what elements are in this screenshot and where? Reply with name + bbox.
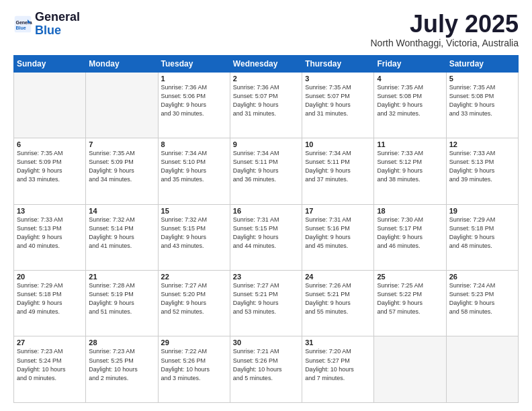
calendar-cell: 1Sunrise: 7:36 AM Sunset: 5:06 PM Daylig…	[158, 72, 230, 138]
calendar-cell: 28Sunrise: 7:23 AM Sunset: 5:25 PM Dayli…	[86, 336, 158, 403]
calendar-cell: 31Sunrise: 7:20 AM Sunset: 5:27 PM Dayli…	[302, 336, 374, 403]
weekday-header-thursday: Thursday	[302, 55, 374, 72]
calendar-cell: 11Sunrise: 7:33 AM Sunset: 5:12 PM Dayli…	[374, 138, 446, 204]
day-info: Sunrise: 7:21 AM Sunset: 5:26 PM Dayligh…	[233, 347, 299, 382]
calendar-cell: 8Sunrise: 7:34 AM Sunset: 5:10 PM Daylig…	[158, 138, 230, 204]
calendar-cell: 5Sunrise: 7:35 AM Sunset: 5:08 PM Daylig…	[446, 72, 518, 138]
day-number: 10	[305, 140, 371, 148]
day-number: 24	[305, 273, 371, 281]
day-number: 18	[377, 207, 443, 215]
day-number: 12	[449, 140, 515, 148]
calendar-cell: 23Sunrise: 7:27 AM Sunset: 5:21 PM Dayli…	[230, 271, 302, 336]
day-number: 21	[89, 273, 154, 281]
day-number: 28	[89, 338, 154, 347]
day-number: 1	[161, 75, 227, 83]
month-title: July 2025	[371, 11, 519, 38]
day-number: 26	[449, 273, 515, 281]
day-number: 20	[17, 273, 83, 281]
day-info: Sunrise: 7:32 AM Sunset: 5:14 PM Dayligh…	[89, 216, 154, 250]
day-number: 16	[233, 207, 299, 215]
day-number: 5	[449, 75, 515, 83]
calendar-cell: 21Sunrise: 7:28 AM Sunset: 5:19 PM Dayli…	[86, 271, 158, 336]
day-number: 27	[17, 338, 83, 347]
day-info: Sunrise: 7:34 AM Sunset: 5:11 PM Dayligh…	[233, 149, 299, 184]
day-info: Sunrise: 7:33 AM Sunset: 5:13 PM Dayligh…	[449, 149, 515, 184]
week-row-2: 13Sunrise: 7:33 AM Sunset: 5:13 PM Dayli…	[14, 204, 519, 270]
week-row-4: 27Sunrise: 7:23 AM Sunset: 5:24 PM Dayli…	[14, 336, 519, 403]
calendar-cell: 6Sunrise: 7:35 AM Sunset: 5:09 PM Daylig…	[14, 138, 86, 204]
calendar-cell: 29Sunrise: 7:22 AM Sunset: 5:26 PM Dayli…	[158, 336, 230, 403]
day-info: Sunrise: 7:35 AM Sunset: 5:09 PM Dayligh…	[89, 149, 154, 184]
day-number: 15	[161, 207, 227, 215]
calendar-cell: 26Sunrise: 7:24 AM Sunset: 5:23 PM Dayli…	[446, 271, 518, 336]
calendar-table: SundayMondayTuesdayWednesdayThursdayFrid…	[13, 55, 519, 403]
day-number: 11	[377, 140, 443, 148]
day-info: Sunrise: 7:27 AM Sunset: 5:20 PM Dayligh…	[161, 281, 227, 316]
logo-general: General	[35, 10, 80, 24]
day-info: Sunrise: 7:29 AM Sunset: 5:18 PM Dayligh…	[17, 281, 83, 316]
day-info: Sunrise: 7:36 AM Sunset: 5:06 PM Dayligh…	[161, 83, 227, 118]
day-info: Sunrise: 7:27 AM Sunset: 5:21 PM Dayligh…	[233, 281, 299, 316]
calendar-cell: 13Sunrise: 7:33 AM Sunset: 5:13 PM Dayli…	[14, 204, 86, 270]
day-info: Sunrise: 7:35 AM Sunset: 5:08 PM Dayligh…	[377, 83, 443, 118]
day-info: Sunrise: 7:35 AM Sunset: 5:09 PM Dayligh…	[17, 149, 83, 184]
day-number: 31	[305, 338, 371, 347]
day-number: 13	[17, 207, 83, 215]
calendar-cell: 30Sunrise: 7:21 AM Sunset: 5:26 PM Dayli…	[230, 336, 302, 403]
day-info: Sunrise: 7:30 AM Sunset: 5:17 PM Dayligh…	[377, 216, 443, 250]
calendar-cell	[446, 336, 518, 403]
day-number: 23	[233, 273, 299, 281]
day-info: Sunrise: 7:25 AM Sunset: 5:22 PM Dayligh…	[377, 281, 443, 316]
day-number: 29	[161, 338, 227, 347]
calendar-cell: 24Sunrise: 7:26 AM Sunset: 5:21 PM Dayli…	[302, 271, 374, 336]
day-info: Sunrise: 7:26 AM Sunset: 5:21 PM Dayligh…	[305, 281, 371, 316]
day-info: Sunrise: 7:28 AM Sunset: 5:19 PM Dayligh…	[89, 281, 154, 316]
week-row-3: 20Sunrise: 7:29 AM Sunset: 5:18 PM Dayli…	[14, 271, 519, 336]
day-info: Sunrise: 7:20 AM Sunset: 5:27 PM Dayligh…	[305, 347, 371, 382]
day-info: Sunrise: 7:33 AM Sunset: 5:12 PM Dayligh…	[377, 149, 443, 184]
day-number: 19	[449, 207, 515, 215]
calendar-cell: 18Sunrise: 7:30 AM Sunset: 5:17 PM Dayli…	[374, 204, 446, 270]
calendar-cell: 10Sunrise: 7:34 AM Sunset: 5:11 PM Dayli…	[302, 138, 374, 204]
day-info: Sunrise: 7:34 AM Sunset: 5:11 PM Dayligh…	[305, 149, 371, 184]
day-info: Sunrise: 7:32 AM Sunset: 5:15 PM Dayligh…	[161, 216, 227, 250]
logo-icon: General Blue	[13, 15, 32, 34]
day-number: 25	[377, 273, 443, 281]
day-number: 7	[89, 140, 154, 148]
calendar-cell	[86, 72, 158, 138]
day-info: Sunrise: 7:22 AM Sunset: 5:26 PM Dayligh…	[161, 347, 227, 382]
calendar-cell: 12Sunrise: 7:33 AM Sunset: 5:13 PM Dayli…	[446, 138, 518, 204]
calendar-cell: 16Sunrise: 7:31 AM Sunset: 5:15 PM Dayli…	[230, 204, 302, 270]
calendar-cell	[14, 72, 86, 138]
page: General Blue General Blue July 2025 Nort…	[0, 0, 532, 411]
day-info: Sunrise: 7:29 AM Sunset: 5:18 PM Dayligh…	[449, 216, 515, 250]
calendar-cell: 22Sunrise: 7:27 AM Sunset: 5:20 PM Dayli…	[158, 271, 230, 336]
calendar-cell: 9Sunrise: 7:34 AM Sunset: 5:11 PM Daylig…	[230, 138, 302, 204]
calendar-cell: 27Sunrise: 7:23 AM Sunset: 5:24 PM Dayli…	[14, 336, 86, 403]
day-number: 6	[17, 140, 83, 148]
header: General Blue General Blue July 2025 Nort…	[13, 11, 519, 48]
day-number: 14	[89, 207, 154, 215]
weekday-header-monday: Monday	[86, 55, 158, 72]
calendar-cell: 19Sunrise: 7:29 AM Sunset: 5:18 PM Dayli…	[446, 204, 518, 270]
calendar-cell: 2Sunrise: 7:36 AM Sunset: 5:07 PM Daylig…	[230, 72, 302, 138]
location: North Wonthaggi, Victoria, Australia	[371, 38, 519, 48]
day-number: 17	[305, 207, 371, 215]
calendar-cell: 7Sunrise: 7:35 AM Sunset: 5:09 PM Daylig…	[86, 138, 158, 204]
day-info: Sunrise: 7:23 AM Sunset: 5:25 PM Dayligh…	[89, 347, 154, 382]
day-info: Sunrise: 7:33 AM Sunset: 5:13 PM Dayligh…	[17, 216, 83, 250]
weekday-header-wednesday: Wednesday	[230, 55, 302, 72]
calendar-cell: 4Sunrise: 7:35 AM Sunset: 5:08 PM Daylig…	[374, 72, 446, 138]
title-block: July 2025 North Wonthaggi, Victoria, Aus…	[371, 11, 519, 48]
calendar-cell: 20Sunrise: 7:29 AM Sunset: 5:18 PM Dayli…	[14, 271, 86, 336]
calendar-cell: 15Sunrise: 7:32 AM Sunset: 5:15 PM Dayli…	[158, 204, 230, 270]
day-number: 8	[161, 140, 227, 148]
weekday-header-saturday: Saturday	[446, 55, 518, 72]
weekday-header-friday: Friday	[374, 55, 446, 72]
day-info: Sunrise: 7:23 AM Sunset: 5:24 PM Dayligh…	[17, 347, 83, 382]
day-info: Sunrise: 7:35 AM Sunset: 5:08 PM Dayligh…	[449, 83, 515, 118]
calendar-cell: 3Sunrise: 7:35 AM Sunset: 5:07 PM Daylig…	[302, 72, 374, 138]
calendar-cell	[374, 336, 446, 403]
logo: General Blue General Blue	[13, 11, 80, 38]
weekday-header-row: SundayMondayTuesdayWednesdayThursdayFrid…	[14, 55, 519, 72]
